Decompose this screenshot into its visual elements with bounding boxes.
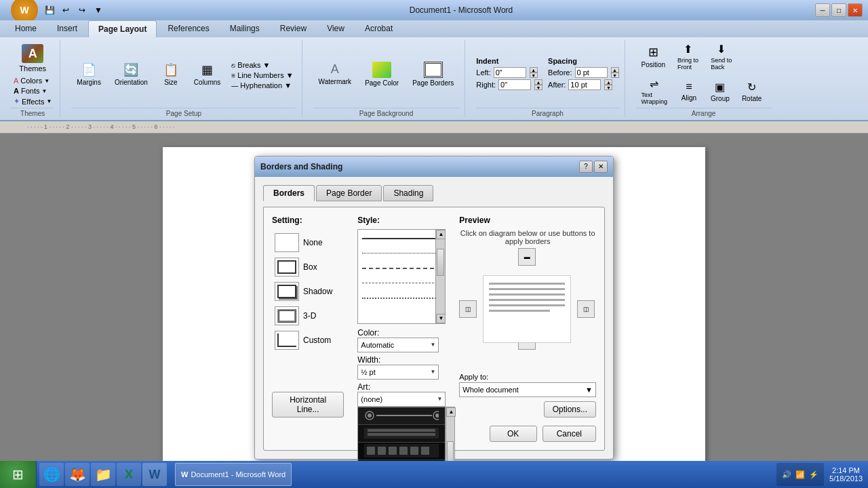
color-dropdown-arrow: ▼: [430, 342, 435, 348]
colors-button[interactable]: A Colors ▼: [11, 76, 54, 85]
tab-mailings[interactable]: Mailings: [220, 20, 269, 37]
dialog-close-button[interactable]: ✕: [594, 161, 608, 173]
setting-3d[interactable]: 3-D: [272, 305, 344, 327]
right-indent-spinner[interactable]: ▲ ▼: [534, 79, 542, 90]
tab-references[interactable]: References: [158, 20, 218, 37]
left-border-button[interactable]: ◫: [459, 300, 477, 318]
minimize-button[interactable]: ─: [815, 3, 830, 17]
scroll-thumb[interactable]: [437, 249, 444, 276]
tab-page-layout[interactable]: Page Layout: [88, 20, 157, 37]
ie-icon[interactable]: 🌐: [39, 463, 64, 486]
setting-box[interactable]: Box: [272, 256, 344, 278]
style-dotted[interactable]: [359, 246, 443, 261]
tab-borders[interactable]: Borders: [263, 185, 315, 201]
apply-to-dropdown[interactable]: Whole document ▼: [459, 382, 596, 397]
before-input[interactable]: [575, 67, 608, 78]
svg-rect-13: [410, 447, 418, 455]
art-scroll-up[interactable]: ▲: [446, 407, 456, 417]
hyphenation-button[interactable]: —Hyphenation ▼: [229, 81, 296, 90]
columns-button[interactable]: ▦ Columns: [189, 60, 226, 89]
art-pattern-row-1[interactable]: [358, 407, 445, 425]
right-indent-up[interactable]: ▲: [534, 79, 542, 85]
dialog-overlay: Borders and Shading ? ✕ Borders Page Bor…: [0, 121, 868, 473]
rotate-button[interactable]: ↻Rotate: [736, 78, 767, 105]
before-down[interactable]: ▼: [611, 73, 619, 78]
left-indent-down[interactable]: ▼: [530, 73, 538, 78]
maximize-button[interactable]: □: [831, 3, 846, 17]
after-down[interactable]: ▼: [604, 85, 612, 90]
style-scrollbar[interactable]: ▲ ▼: [435, 230, 445, 323]
close-button[interactable]: ✕: [848, 3, 863, 17]
page-borders-button[interactable]: Page Borders: [407, 59, 459, 89]
tab-home[interactable]: Home: [5, 20, 46, 37]
cancel-button[interactable]: Cancel: [542, 426, 596, 442]
left-indent-spinner[interactable]: ▲ ▼: [530, 67, 538, 78]
tab-insert[interactable]: Insert: [47, 20, 87, 37]
setting-shadow[interactable]: Shadow: [272, 281, 344, 302]
horizontal-line-button[interactable]: Horizontal Line...: [272, 392, 344, 418]
arrange-group: ⊞Position ⬆Bring toFront ⬇Send toBack ⇌T…: [631, 40, 777, 117]
ok-button[interactable]: OK: [490, 426, 537, 442]
style-dashed-light[interactable]: [359, 276, 443, 291]
style-dot-dash[interactable]: [359, 291, 443, 306]
group-button[interactable]: ▣Group: [705, 78, 735, 105]
send-to-back-button[interactable]: ⬇Send toBack: [705, 40, 737, 73]
fonts-button[interactable]: A Fonts ▼: [11, 86, 54, 96]
customize-qat-button[interactable]: ▼: [91, 3, 106, 18]
setting-none[interactable]: None: [272, 232, 344, 253]
preview-lines: [484, 276, 570, 319]
setting-custom[interactable]: Custom: [272, 329, 344, 351]
left-indent-input[interactable]: [494, 67, 526, 78]
indent-label: Indent: [476, 57, 542, 65]
position-button[interactable]: ⊞Position: [636, 42, 671, 71]
art-pattern-row-2[interactable]: [358, 425, 445, 443]
undo-button[interactable]: ↩: [58, 3, 73, 18]
page-color-button[interactable]: Page Color: [359, 59, 404, 89]
style-solid[interactable]: [359, 231, 443, 246]
bring-to-front-button[interactable]: ⬆Bring toFront: [672, 40, 704, 73]
firefox-icon[interactable]: 🦊: [65, 463, 90, 486]
word-taskbar-item[interactable]: W Document1 - Microsoft Word: [175, 463, 292, 486]
folder-icon[interactable]: 📁: [91, 463, 115, 486]
word-taskbar-icon[interactable]: W: [142, 463, 167, 486]
after-up[interactable]: ▲: [604, 79, 612, 85]
start-button[interactable]: ⊞: [0, 461, 37, 488]
right-indent-input[interactable]: [498, 79, 531, 90]
dialog-help-button[interactable]: ?: [579, 161, 593, 173]
themes-button[interactable]: A Themes: [11, 41, 54, 75]
after-input[interactable]: [568, 79, 601, 90]
after-spinner[interactable]: ▲ ▼: [604, 79, 612, 90]
size-button[interactable]: 📋 Size: [156, 60, 186, 89]
tab-view[interactable]: View: [317, 20, 354, 37]
margins-button[interactable]: 📄 Margins: [71, 60, 106, 89]
art-dropdown[interactable]: (none) ▼: [357, 392, 446, 407]
tab-acrobat[interactable]: Acrobat: [355, 20, 402, 37]
art-pattern-row-3[interactable]: [358, 443, 445, 460]
line-numbers-button[interactable]: ≡Line Numbers ▼: [229, 70, 296, 80]
scroll-down-arrow[interactable]: ▼: [436, 314, 446, 323]
options-button[interactable]: Options...: [544, 401, 596, 418]
redo-button[interactable]: ↪: [75, 3, 90, 18]
save-button[interactable]: 💾: [42, 3, 57, 18]
right-border-button[interactable]: ◫: [577, 300, 595, 318]
color-dropdown[interactable]: Automatic ▼: [357, 338, 439, 352]
before-spinner[interactable]: ▲ ▼: [611, 67, 619, 78]
tab-page-border[interactable]: Page Border: [316, 185, 382, 201]
width-dropdown[interactable]: ½ pt ▼: [357, 365, 439, 380]
text-wrapping-button[interactable]: ⇌TextWrapping: [636, 75, 673, 108]
top-border-button[interactable]: ▬: [518, 248, 536, 266]
align-button[interactable]: ≡Align: [674, 78, 704, 104]
right-indent-down[interactable]: ▼: [534, 85, 542, 90]
style-dashed-heavy[interactable]: [359, 261, 443, 276]
left-indent-up[interactable]: ▲: [530, 67, 538, 73]
watermark-button[interactable]: A Watermark: [313, 60, 357, 88]
effects-button[interactable]: ✦ Effects ▼: [11, 96, 54, 106]
scroll-up-arrow[interactable]: ▲: [436, 230, 446, 239]
right-indent-label: Right:: [476, 81, 496, 89]
before-up[interactable]: ▲: [611, 67, 619, 73]
excel-icon[interactable]: X: [117, 463, 141, 486]
breaks-button[interactable]: ⎋Breaks ▼: [229, 60, 296, 70]
tab-shading[interactable]: Shading: [383, 185, 433, 201]
tab-review[interactable]: Review: [271, 20, 316, 37]
orientation-button[interactable]: 🔄 Orientation: [109, 60, 153, 89]
